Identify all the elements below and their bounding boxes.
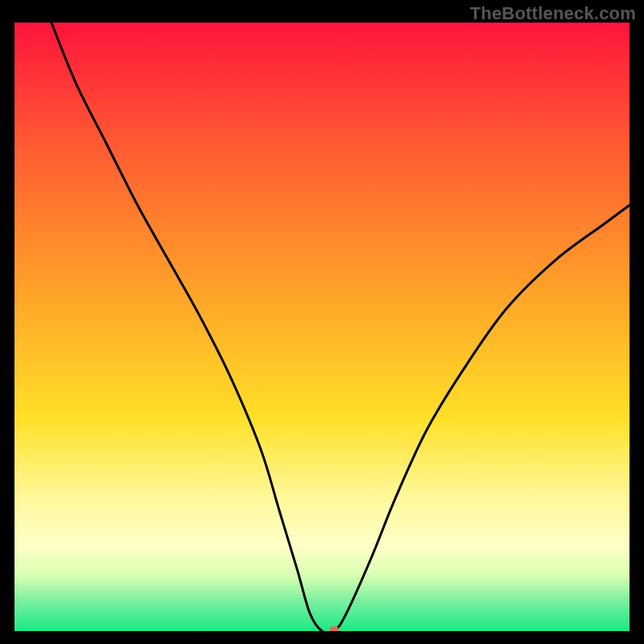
gradient-background	[14, 23, 630, 631]
bottleneck-chart	[14, 23, 630, 631]
plot-area	[14, 23, 630, 631]
watermark-text: TheBottleneck.com	[470, 3, 636, 24]
chart-frame: TheBottleneck.com	[0, 0, 644, 644]
